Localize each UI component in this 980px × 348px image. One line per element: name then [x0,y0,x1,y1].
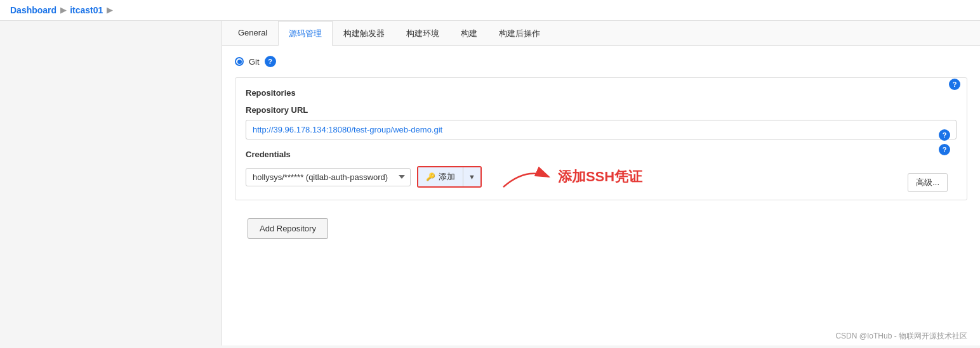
main-layout: General 源码管理 构建触发器 构建环境 构建 构建后操作 Git ? R… [0,21,980,345]
annotation-text: 添加SSH凭证 [558,167,642,186]
add-credentials-group: 🔑 添加 ▼ [417,166,482,188]
breadcrumb-project[interactable]: itcast01 [70,5,103,15]
tabs-bar: General 源码管理 构建触发器 构建环境 构建 构建后操作 [222,21,980,46]
credentials-help-icon[interactable]: ? [939,144,950,155]
tab-env[interactable]: 构建环境 [395,21,450,46]
repositories-box: Repositories ? Repository URL ? Credenti… [235,77,967,200]
repo-url-help-icon[interactable]: ? [939,129,950,141]
breadcrumb-sep1: ▶ [60,6,66,15]
credentials-label: Credentials [246,150,957,159]
advanced-button[interactable]: 高级... [908,173,948,192]
repositories-help-icon[interactable]: ? [949,79,960,90]
content-body: Git ? Repositories ? Repository URL ? [222,46,980,345]
key-icon: 🔑 [426,172,435,181]
content-area: General 源码管理 构建触发器 构建环境 构建 构建后操作 Git ? R… [222,21,980,345]
tab-build[interactable]: 构建 [450,21,488,46]
git-label: Git [249,57,260,67]
breadcrumb-dashboard[interactable]: Dashboard [10,5,56,15]
repo-url-label: Repository URL [246,105,957,115]
repositories-title: Repositories [246,88,957,98]
tab-source[interactable]: 源码管理 [278,21,333,46]
repo-url-wrapper: ? [246,120,957,150]
tab-general[interactable]: General [227,21,278,46]
git-radio[interactable] [235,57,244,66]
breadcrumb: Dashboard ▶ itcast01 ▶ [0,0,980,21]
add-credentials-button[interactable]: 🔑 添加 [418,167,463,186]
add-btn-label: 添加 [439,171,455,183]
tab-post[interactable]: 构建后操作 [488,21,551,46]
annotation-container: 添加SSH凭证 [501,164,642,190]
repositories-section: Repositories ? Repository URL ? Credenti… [235,77,967,200]
credentials-row: hollysys/****** (qitlab-auth-password) 🔑… [246,164,957,190]
add-credentials-dropdown[interactable]: ▼ [463,167,480,186]
credentials-select[interactable]: hollysys/****** (qitlab-auth-password) [246,168,411,186]
git-help-icon[interactable]: ? [265,56,276,67]
footer: CSDN @IoTHub - 物联网开源技术社区 [835,331,967,342]
repo-url-input[interactable] [246,120,957,139]
breadcrumb-sep2: ▶ [107,6,112,15]
annotation-arrow [501,164,552,190]
add-repository-button[interactable]: Add Repository [248,218,328,239]
git-row: Git ? [235,56,967,67]
sidebar [0,21,222,345]
credentials-section: Credentials hollysys/****** (qitlab-auth… [246,150,957,190]
tab-trigger[interactable]: 构建触发器 [333,21,395,46]
